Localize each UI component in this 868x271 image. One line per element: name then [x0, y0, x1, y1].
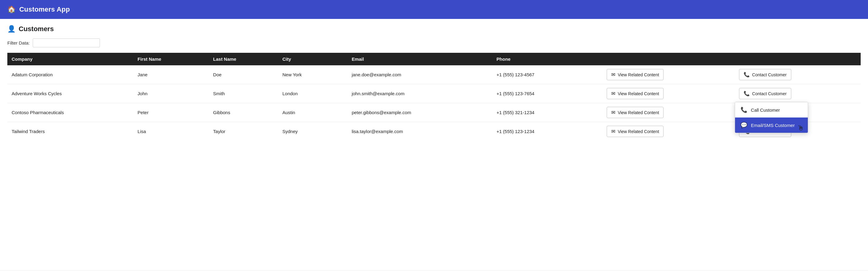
- cell-lastname: Smith: [209, 84, 278, 103]
- col-header-firstname: First Name: [133, 53, 209, 65]
- cell-company: Tailwind Traders: [7, 122, 133, 141]
- view-related-button[interactable]: ✉View Related Content: [607, 126, 663, 137]
- cell-city: Sydney: [278, 122, 347, 141]
- col-header-action2: [735, 53, 861, 65]
- app-header: 🏠 Customers App: [0, 0, 868, 19]
- email-icon: ✉: [611, 129, 615, 134]
- col-header-city: City: [278, 53, 347, 65]
- dropdown-item-icon: 💬: [741, 122, 747, 129]
- table-row: Tailwind TradersLisaTaylorSydneylisa.tay…: [7, 122, 861, 141]
- cell-view-related: ✉View Related Content: [602, 103, 735, 122]
- contact-customer-button[interactable]: 📞Contact Customer: [739, 88, 791, 99]
- cell-company: Adatum Corporation: [7, 65, 133, 84]
- table-row: Contoso PharmaceuticalsPeterGibbonsAusti…: [7, 103, 861, 122]
- dropdown-item-icon: 📞: [741, 106, 747, 113]
- cell-email: jane.doe@example.com: [347, 65, 492, 84]
- col-header-action1: [602, 53, 735, 65]
- col-header-email: Email: [347, 53, 492, 65]
- email-icon: ✉: [611, 72, 615, 77]
- table-header-row: Company First Name Last Name City Email …: [7, 53, 861, 65]
- col-header-company: Company: [7, 53, 133, 65]
- cell-contact: 📞Contact Customer: [735, 65, 861, 84]
- view-related-button[interactable]: ✉View Related Content: [607, 69, 663, 80]
- cell-city: Austin: [278, 103, 347, 122]
- cell-lastname: Gibbons: [209, 103, 278, 122]
- cell-view-related: ✉View Related Content: [602, 122, 735, 141]
- cell-contact: 📞Call Customer💬Email/SMS Customer🖱: [735, 103, 861, 122]
- dropdown-item-call-customer[interactable]: 📞Call Customer: [735, 102, 808, 117]
- page-content: 👤 Customers Filter Data: Company First N…: [0, 19, 868, 270]
- contact-icon: 📞: [744, 91, 750, 96]
- filter-label: Filter Data:: [7, 40, 30, 45]
- col-header-lastname: Last Name: [209, 53, 278, 65]
- dropdown-item-email-sms-customer[interactable]: 💬Email/SMS Customer: [735, 117, 808, 133]
- page-title-row: 👤 Customers: [7, 25, 861, 33]
- cell-phone: +1 (555) 123-4567: [492, 65, 603, 84]
- cell-phone: +1 (555) 321-1234: [492, 103, 603, 122]
- cell-lastname: Taylor: [209, 122, 278, 141]
- page-title: Customers: [19, 25, 54, 33]
- cell-firstname: John: [133, 84, 209, 103]
- cell-company: Contoso Pharmaceuticals: [7, 103, 133, 122]
- cell-email: lisa.taylor@example.com: [347, 122, 492, 141]
- email-icon: ✉: [611, 91, 615, 96]
- cell-firstname: Peter: [133, 103, 209, 122]
- table-row: Adatum CorporationJaneDoeNew Yorkjane.do…: [7, 65, 861, 84]
- contact-customer-button[interactable]: 📞Contact Customer: [739, 69, 791, 80]
- cell-contact: 📞Contact Customer: [735, 84, 861, 103]
- cell-firstname: Jane: [133, 65, 209, 84]
- home-icon: 🏠: [7, 5, 16, 13]
- col-header-phone: Phone: [492, 53, 603, 65]
- customers-table: Company First Name Last Name City Email …: [7, 53, 861, 141]
- filter-input[interactable]: [33, 38, 100, 47]
- cell-view-related: ✉View Related Content: [602, 84, 735, 103]
- cell-email: peter.gibbons@example.com: [347, 103, 492, 122]
- cell-view-related: ✉View Related Content: [602, 65, 735, 84]
- cell-phone: +1 (555) 123-1234: [492, 122, 603, 141]
- view-related-button[interactable]: ✉View Related Content: [607, 107, 663, 118]
- contact-dropdown: 📞Call Customer💬Email/SMS Customer🖱: [735, 102, 808, 133]
- email-icon: ✉: [611, 109, 615, 115]
- cell-firstname: Lisa: [133, 122, 209, 141]
- cell-city: New York: [278, 65, 347, 84]
- cell-email: john.smith@example.com: [347, 84, 492, 103]
- cell-phone: +1 (555) 123-7654: [492, 84, 603, 103]
- app-title: Customers App: [19, 5, 70, 13]
- cell-company: Adventure Works Cycles: [7, 84, 133, 103]
- cell-city: London: [278, 84, 347, 103]
- customers-icon: 👤: [7, 25, 16, 33]
- filter-row: Filter Data:: [7, 38, 861, 47]
- contact-icon: 📞: [744, 72, 750, 77]
- view-related-button[interactable]: ✉View Related Content: [607, 88, 663, 99]
- cell-lastname: Doe: [209, 65, 278, 84]
- table-row: Adventure Works CyclesJohnSmithLondonjoh…: [7, 84, 861, 103]
